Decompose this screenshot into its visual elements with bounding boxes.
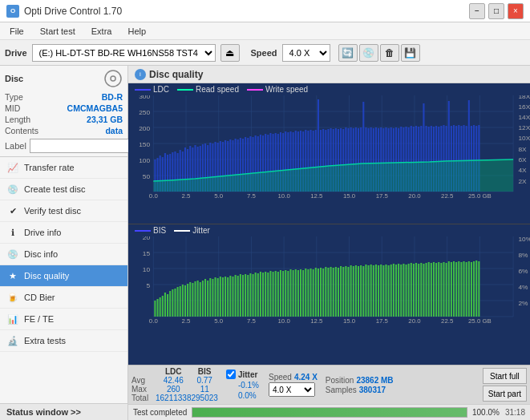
svg-rect-292 [345,266,346,317]
svg-rect-305 [378,265,379,317]
svg-text:15: 15 [143,250,151,257]
jitter-max: 0.0% [226,391,259,400]
stats-row: LDC BIS Avg 42.46 0.77 Max 260 [128,365,530,404]
svg-rect-240 [215,277,216,317]
app-icon: O [6,5,19,18]
svg-rect-238 [209,278,211,317]
svg-rect-318 [411,263,412,317]
nav-disc-quality[interactable]: ★ Disc quality [0,265,127,287]
menu-start-test[interactable]: Start test [34,25,82,38]
svg-rect-306 [380,265,382,317]
svg-rect-290 [340,266,342,317]
svg-rect-333 [448,261,450,317]
svg-rect-263 [273,272,274,317]
nav-disc-info-label: Disc info [24,249,58,259]
disc-icon[interactable]: 💿 [359,44,378,62]
svg-text:6%: 6% [518,268,528,275]
svg-rect-301 [368,265,370,317]
svg-rect-251 [242,275,244,317]
speed-label: Speed [269,373,292,382]
svg-text:12.5: 12.5 [310,317,322,325]
status-window-button[interactable]: Status window >> [0,403,127,420]
svg-rect-249 [237,276,239,317]
speed-dropdown[interactable]: 4.0 X [269,382,315,397]
nav-fe-te-label: FE / TE [24,314,54,324]
disc-info-section: Disc Type BD-R MID CMCMAGBA5 Length 23,3… [0,66,127,157]
nav-drive-info-label: Drive info [24,228,61,237]
svg-rect-250 [240,274,241,317]
title-bar-left: O Opti Drive Control 1.70 [6,5,122,18]
svg-rect-265 [277,272,279,317]
svg-rect-313 [398,264,399,317]
svg-rect-281 [318,269,319,317]
chart-header: i Disc quality [128,66,530,83]
start-part-button[interactable]: Start part [483,386,527,402]
svg-text:10X: 10X [518,135,530,142]
ldc-legend: LDC [135,85,169,94]
speed-row: Speed 4.24 X [269,373,318,382]
svg-rect-298 [360,265,362,317]
refresh-icon[interactable]: 🔄 [338,44,358,62]
svg-point-0 [105,71,121,87]
svg-text:2X: 2X [518,178,527,185]
svg-rect-232 [194,281,196,317]
svg-text:25.0 GB: 25.0 GB [468,317,492,325]
svg-rect-244 [225,277,226,317]
svg-rect-339 [463,261,465,317]
drive-select[interactable]: (E:) HL-DT-ST BD-RE WH16NS58 TST4 [32,44,216,62]
progress-bar-fill [192,408,467,417]
svg-rect-234 [200,282,201,317]
start-buttons: Start full Start part [483,368,527,402]
disc-contents-row: Contents data [5,125,123,136]
svg-rect-294 [350,265,352,317]
max-label: Max [131,385,156,394]
svg-rect-247 [232,277,233,317]
svg-rect-282 [320,268,322,317]
menu-extra[interactable]: Extra [85,25,119,38]
label-label: Label [5,141,26,151]
max-row: Max 260 11 [131,385,218,394]
svg-text:10.0: 10.0 [278,192,290,200]
nav-extra-tests[interactable]: 🔬 Extra tests [0,330,127,352]
nav-transfer-rate[interactable]: 📈 Transfer rate [0,157,127,179]
minimize-button[interactable]: − [469,3,485,19]
svg-rect-241 [217,278,219,317]
jitter-checkbox[interactable] [226,370,236,379]
label-input[interactable] [30,139,136,153]
chart-title: Disc quality [149,69,203,80]
svg-rect-224 [174,289,176,317]
nav-drive-info[interactable]: ℹ Drive info [0,222,127,244]
nav-cd-bier[interactable]: 🍺 CD Bier [0,287,127,309]
svg-rect-284 [325,267,326,317]
disc-length-row: Length 23,31 GB [5,114,123,125]
svg-rect-311 [393,264,394,317]
svg-rect-295 [353,266,354,317]
nav-disc-info[interactable]: 💿 Disc info [0,244,127,265]
close-button[interactable]: × [508,3,524,19]
svg-rect-316 [405,265,407,317]
svg-rect-341 [468,261,470,317]
svg-rect-285 [327,268,329,317]
nav-verify-disc-label: Verify test disc [24,206,81,216]
avg-label: Avg [131,376,156,385]
maximize-button[interactable]: □ [488,3,504,19]
start-full-button[interactable]: Start full [483,368,527,384]
menu-file[interactable]: File [3,25,30,38]
svg-text:22.5: 22.5 [441,192,453,200]
svg-rect-223 [172,289,173,317]
svg-text:300: 300 [139,95,150,100]
nav-transfer-rate-label: Transfer rate [24,163,75,172]
nav-create-test-disc[interactable]: 💿 Create test disc [0,179,127,200]
erase-icon[interactable]: 🗑 [380,44,399,62]
contents-value: data [105,126,123,135]
nav-fe-te[interactable]: 📊 FE / TE [0,309,127,330]
svg-text:10: 10 [143,266,151,273]
menu-help[interactable]: Help [121,25,152,38]
save-icon[interactable]: 💾 [401,44,420,62]
bis-legend-color [135,230,151,232]
eject-button[interactable]: ⏏ [220,44,240,62]
nav-verify-test-disc[interactable]: ✔ Verify test disc [0,200,127,222]
svg-rect-253 [247,275,249,317]
jitter-legend-color [174,230,190,232]
speed-select[interactable]: 4.0 X [282,44,330,62]
